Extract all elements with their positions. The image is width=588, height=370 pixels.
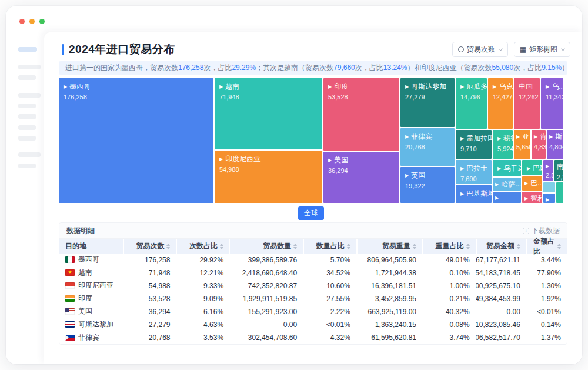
treemap-cell-英国[interactable]: ▶英国19,322 xyxy=(400,167,455,203)
treemap-cell-印度[interactable]: ▶印度53,528 xyxy=(323,78,399,151)
sort-icon[interactable] xyxy=(293,244,297,249)
value-cell: 0.21% xyxy=(422,292,476,305)
treemap-cell-value: 20,768 xyxy=(405,144,450,151)
sidebar-item[interactable] xyxy=(18,104,36,108)
flag-cr-icon xyxy=(65,321,75,328)
flag-ph-icon xyxy=(65,335,75,341)
treemap-cell-巴...[interactable]: ▶巴... xyxy=(522,176,542,191)
column-header-2[interactable]: 次数占比 xyxy=(176,239,229,254)
sidebar-item-active[interactable] xyxy=(18,47,37,52)
sort-icon[interactable] xyxy=(413,244,416,249)
destination-cell: 菲律宾 xyxy=(59,331,123,344)
sidebar-item[interactable] xyxy=(18,136,36,141)
treemap-cell-blank-28[interactable]: ▶ xyxy=(543,194,555,203)
value-cell: 267,177,621.11 xyxy=(476,254,526,266)
treemap-cell-label: ▶巴拉圭 xyxy=(460,164,487,174)
download-data-button[interactable]: ↓ 下载数据 xyxy=(523,226,560,236)
expand-arrow-icon: ▶ xyxy=(524,181,528,186)
column-header-1[interactable]: 贸易次数 xyxy=(123,239,176,254)
treemap-cell-亚[interactable]: ▶亚5,650 xyxy=(514,130,530,159)
value-cell: 176,258 xyxy=(123,254,176,266)
column-header-6[interactable]: 重量占比 xyxy=(422,239,476,254)
treemap-cell-blank-21[interactable]: ▶ xyxy=(493,192,521,203)
treemap-cell-肯[interactable]: ▶肯4,836 xyxy=(532,130,546,159)
summary-segment: ）和印度尼西亚（贸易次数 xyxy=(407,64,492,72)
table-row[interactable]: 哥斯达黎加27,2794.63%0.00<0.01%1,363,240.150.… xyxy=(59,318,567,331)
sidebar-item[interactable] xyxy=(18,114,36,119)
destination-cell: 美国 xyxy=(59,305,123,318)
treemap-cell-美国[interactable]: ▶美国36,294 xyxy=(323,152,399,203)
sort-icon[interactable] xyxy=(347,244,350,249)
sort-icon[interactable] xyxy=(466,244,470,249)
summary-segment: 次，占比 xyxy=(513,64,542,72)
sidebar-item[interactable] xyxy=(18,65,41,69)
treemap-breadcrumb-row: 全球 xyxy=(59,206,563,220)
table-row[interactable]: 墨西哥176,25829.92%399,386,589.765.70%806,9… xyxy=(59,254,567,266)
sort-icon[interactable] xyxy=(557,244,561,249)
treemap-cell-菲律宾[interactable]: ▶菲律宾20,768 xyxy=(400,128,455,166)
expand-arrow-icon: ▶ xyxy=(495,182,499,187)
minimize-window-icon[interactable] xyxy=(29,19,35,24)
treemap-root-button[interactable]: 全球 xyxy=(298,206,324,220)
treemap-cell-乌克兰[interactable]: ▶乌克兰12,427 xyxy=(488,78,513,129)
treemap-cell-巴拉圭[interactable]: ▶巴拉圭7,690 xyxy=(456,160,492,184)
treemap-cell-秘鲁[interactable]: ▶秘鲁5,924 xyxy=(493,130,513,159)
sidebar-item[interactable] xyxy=(18,125,36,130)
treemap-cell-blank-25[interactable]: ▶2,5 xyxy=(543,160,553,181)
treemap-cell-value: 2,2 xyxy=(557,174,561,181)
sidebar-item[interactable] xyxy=(18,75,36,80)
value-cell: 1.37% xyxy=(526,331,567,344)
chart-type-selector-button[interactable]: ▦ 矩形树图 xyxy=(514,42,570,57)
column-label: 贸易次数 xyxy=(136,241,164,251)
sidebar-item[interactable] xyxy=(18,164,36,168)
treemap-cell-value: 5,924 xyxy=(497,145,508,152)
treemap-cell-乌干达[interactable]: ▶乌干达 xyxy=(493,160,521,176)
treemap-cell-label: ▶墨西哥 xyxy=(64,82,209,92)
value-cell: 3.44% xyxy=(526,254,567,266)
treemap-cell-哥斯达黎加[interactable]: ▶哥斯达黎加27,279 xyxy=(400,78,455,127)
treemap-cell-南[interactable]: 南2,2 xyxy=(554,160,563,181)
sidebar-item[interactable] xyxy=(18,93,41,98)
column-header-3[interactable]: 贸易数量 xyxy=(229,239,303,254)
close-window-icon[interactable] xyxy=(19,19,25,24)
treemap-cell-厄瓜多尔[interactable]: ▶厄瓜多尔14,796 xyxy=(456,78,487,129)
treemap-cell-孟加拉国[interactable]: ▶孟加拉国9,710 xyxy=(456,130,492,159)
treemap-cell-巴基斯坦[interactable]: ▶巴基斯坦 xyxy=(456,185,492,203)
table-row[interactable]: 美国36,2946.16%155,291,923.002.22%663,925,… xyxy=(59,305,567,318)
column-header-8[interactable]: 金额占比 xyxy=(526,239,567,254)
column-label: 次数占比 xyxy=(189,241,218,251)
treemap-cell-斯[interactable]: ▶斯4,804 xyxy=(547,130,563,159)
sort-icon[interactable] xyxy=(166,244,170,249)
treemap-cell-哈萨...[interactable]: ▶哈萨... xyxy=(493,178,521,191)
column-header-7[interactable]: 贸易金额 xyxy=(476,239,526,254)
column-header-4[interactable]: 数量占比 xyxy=(303,239,356,254)
treemap-cell-乌...[interactable]: ▶乌...11,342 xyxy=(541,78,563,129)
value-cell: 27.55% xyxy=(303,292,356,305)
sort-icon[interactable] xyxy=(220,244,223,249)
sidebar-item[interactable] xyxy=(18,152,41,157)
flag-mx-icon xyxy=(65,256,75,263)
treemap-cell-value: 54,988 xyxy=(219,166,318,173)
table-row[interactable]: 越南71,94812.21%2,418,690,648.4034.52%1,72… xyxy=(59,266,567,279)
treemap-cell-label: ▶巴基斯坦 xyxy=(460,189,487,199)
table-row[interactable]: 印度尼西亚54,9889.33%742,352,820.8710.60%16,3… xyxy=(59,279,567,292)
table-row[interactable]: 菲律宾20,7683.53%302,454,708.604.32%61,595,… xyxy=(59,331,567,344)
treemap-cell-印度尼西亚[interactable]: ▶印度尼西亚54,988 xyxy=(215,151,322,203)
metric-selector-button[interactable]: 贸易次数 xyxy=(452,42,508,57)
sort-icon[interactable] xyxy=(517,244,520,249)
destination-cell: 哥斯达黎加 xyxy=(59,318,123,331)
treemap-cell-blank-27[interactable] xyxy=(543,182,555,192)
treemap-cell-中国[interactable]: 中国12,262 xyxy=(514,78,540,129)
treemap-cell-blank-29[interactable] xyxy=(556,182,563,203)
treemap-cell-巴西[interactable]: ▶巴西 xyxy=(522,160,542,175)
treemap-cell-value: 53,528 xyxy=(328,94,395,101)
expand-arrow-icon: ▶ xyxy=(534,134,537,139)
treemap-cell-label: 南 xyxy=(557,162,561,172)
treemap-cell-越南[interactable]: ▶越南71,948 xyxy=(215,78,322,149)
table-row[interactable]: 印度53,5289.09%1,929,911,519.8527.55%3,452… xyxy=(59,292,567,305)
treemap-cell-墨西哥[interactable]: ▶墨西哥176,258 xyxy=(59,78,213,203)
column-header-5[interactable]: 贸易重量 xyxy=(356,239,422,254)
treemap-cell-智利[interactable]: ▶智利 xyxy=(522,192,542,203)
treemap-cell-label: 中国 xyxy=(519,82,535,92)
maximize-window-icon[interactable] xyxy=(39,19,45,24)
